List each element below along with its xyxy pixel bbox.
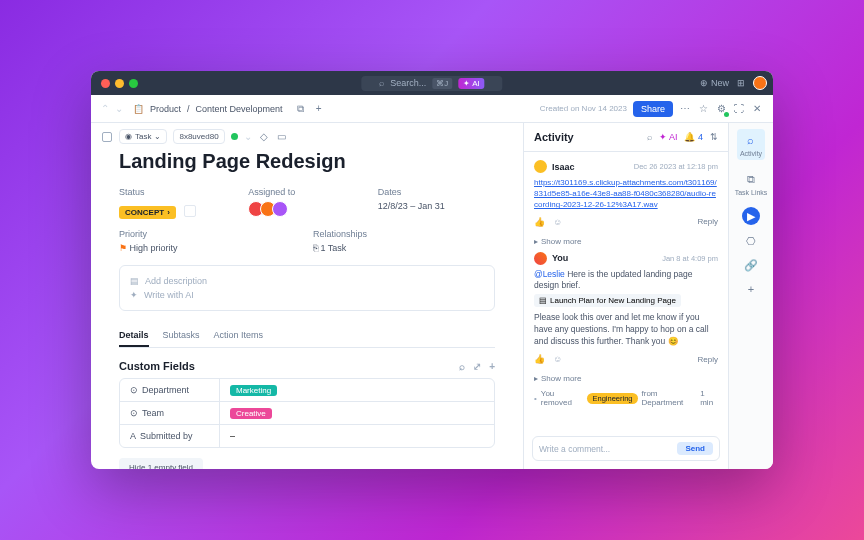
sparkle-icon: ✦ xyxy=(130,290,138,300)
search-placeholder: Search... xyxy=(390,78,426,88)
avatar[interactable] xyxy=(272,201,288,217)
notifications-icon[interactable]: 🔔 4 xyxy=(684,132,703,142)
expand-fields-icon[interactable]: ⤢ xyxy=(473,361,481,372)
search-fields-icon[interactable]: ⌕ xyxy=(459,361,465,372)
table-row[interactable]: ⊙ Department Marketing xyxy=(120,379,494,402)
tab-subtasks[interactable]: Subtasks xyxy=(163,325,200,347)
new-button[interactable]: ⊕ New xyxy=(700,78,729,88)
share-button[interactable]: Share xyxy=(633,101,673,117)
maximize-window-icon[interactable] xyxy=(129,79,138,88)
titlebar-right: ⊕ New ⊞ xyxy=(700,76,763,90)
settings-icon[interactable]: ⚙ xyxy=(715,103,727,115)
sidebar-item-links[interactable]: ⧉ Task Links xyxy=(732,168,771,199)
table-row[interactable]: ⊙ Team Creative xyxy=(120,402,494,425)
star-icon[interactable]: ☆ xyxy=(697,103,709,115)
doc-icon: ▤ xyxy=(130,276,139,286)
close-window-icon[interactable] xyxy=(101,79,110,88)
sidebar-item-activity[interactable]: ⌕ Activity xyxy=(737,129,765,160)
mention[interactable]: @Leslie xyxy=(534,269,565,279)
app-window: ⌕ Search... ⌘J ✦ AI ⊕ New ⊞ ⌃ ⌄ 📋 Produc… xyxy=(91,71,773,469)
relationships-value[interactable]: ⎘ 1 Task xyxy=(313,243,495,253)
titlebar: ⌕ Search... ⌘J ✦ AI ⊕ New ⊞ xyxy=(91,71,773,95)
system-message: • You removed Engineering from Departmen… xyxy=(534,389,718,407)
dates-value[interactable]: 12/8/23 – Jan 31 xyxy=(378,201,495,211)
tag-icon[interactable]: ◇ xyxy=(258,131,270,143)
tabs: Details Subtasks Action Items xyxy=(119,325,495,348)
activity-title: Activity xyxy=(534,131,574,143)
search-shortcut: ⌘J xyxy=(432,78,452,89)
add-icon[interactable]: + xyxy=(313,103,325,115)
tab-details[interactable]: Details xyxy=(119,325,149,347)
attachment-chip[interactable]: ▤ Launch Plan for New Landing Page xyxy=(534,294,681,307)
breadcrumb-space[interactable]: Product xyxy=(150,104,181,114)
reply-button[interactable]: Reply xyxy=(698,355,718,364)
tab-action-items[interactable]: Action Items xyxy=(214,325,264,347)
clip-icon[interactable]: ▶ xyxy=(742,207,760,225)
breadcrumb-bar: ⌃ ⌄ 📋 Product / Content Development ⧉ + … xyxy=(91,95,773,123)
status-dot-icon[interactable] xyxy=(231,133,238,140)
attachment-link[interactable]: https://t301169.s.clickup-attachments.co… xyxy=(534,178,717,209)
search-icon: ⌕ xyxy=(379,78,384,88)
like-icon[interactable]: 👍 xyxy=(534,354,545,364)
copy-link-icon[interactable]: ⧉ xyxy=(295,103,307,115)
custom-fields-table: ⊙ Department Marketing ⊙ Team Creative A… xyxy=(119,378,495,448)
github-icon[interactable]: ⎔ xyxy=(743,233,759,249)
attach-icon[interactable]: 🔗 xyxy=(743,257,759,273)
priority-value[interactable]: ⚑ High priority xyxy=(119,243,301,253)
task-title[interactable]: Landing Page Redesign xyxy=(119,150,495,173)
filter-icon[interactable]: ⇅ xyxy=(710,132,718,142)
ai-badge[interactable]: ✦ AI xyxy=(458,78,484,89)
right-sidebar: ⌕ Activity ⧉ Task Links ▶ ⎔ 🔗 + xyxy=(728,123,773,469)
show-more[interactable]: ▸ Show more xyxy=(534,374,718,383)
activity-panel: Activity ⌕ ✦ AI 🔔 4 ⇅ Isaac Dec 26 2023 … xyxy=(523,123,728,469)
table-row[interactable]: A Submitted by – xyxy=(120,425,494,447)
comment: You Jan 8 at 4:09 pm @Leslie Here is the… xyxy=(534,252,718,364)
breadcrumb-folder[interactable]: Content Development xyxy=(196,104,283,114)
main-panel: ◉ Task ⌄ 8x8uved80 ⌄ ◇ ▭ Landing Page Re… xyxy=(91,123,523,469)
activity-icon: ⌕ xyxy=(743,132,759,148)
comment: Isaac Dec 26 2023 at 12:18 pm https://t3… xyxy=(534,160,718,227)
search-bar[interactable]: ⌕ Search... ⌘J ✦ AI xyxy=(361,76,502,91)
chevron-up-icon[interactable]: ⌃ xyxy=(101,103,109,114)
flag-icon: ⚑ xyxy=(119,243,127,253)
ai-activity[interactable]: ✦ AI xyxy=(659,132,678,142)
chevron-down-icon[interactable]: ⌄ xyxy=(115,103,123,114)
custom-fields-title: Custom Fields xyxy=(119,360,195,372)
status-badge[interactable]: CONCEPT› xyxy=(119,206,176,219)
apps-icon[interactable]: ⊞ xyxy=(737,78,745,88)
reply-button[interactable]: Reply xyxy=(698,217,718,226)
comment-input[interactable]: Write a comment... Send xyxy=(532,436,720,461)
link-icon: ⧉ xyxy=(743,171,759,187)
search-activity-icon[interactable]: ⌕ xyxy=(647,132,652,142)
like-icon[interactable]: 👍 xyxy=(534,217,545,227)
close-icon[interactable]: ✕ xyxy=(751,103,763,115)
avatar[interactable] xyxy=(534,252,547,265)
created-date: Created on Nov 14 2023 xyxy=(540,104,627,113)
emoji-icon[interactable]: ☺ xyxy=(553,354,562,364)
emoji-icon[interactable]: ☺ xyxy=(553,217,562,227)
minimize-window-icon[interactable] xyxy=(115,79,124,88)
task-id-pill[interactable]: 8x8uved80 xyxy=(173,129,224,144)
assignees[interactable] xyxy=(248,201,365,217)
avatar[interactable] xyxy=(534,160,547,173)
hide-fields-button[interactable]: Hide 1 empty field xyxy=(119,458,203,469)
status-check[interactable] xyxy=(184,205,196,217)
user-avatar[interactable] xyxy=(753,76,767,90)
description-box[interactable]: ▤Add description ✦Write with AI xyxy=(119,265,495,311)
add-field-icon[interactable]: + xyxy=(489,361,495,372)
show-more[interactable]: ▸ Show more xyxy=(534,237,718,246)
add-app-icon[interactable]: + xyxy=(743,281,759,297)
expand-icon[interactable]: ⛶ xyxy=(733,103,745,115)
send-button[interactable]: Send xyxy=(677,442,713,455)
layout-icon[interactable] xyxy=(102,132,112,142)
task-type-pill[interactable]: ◉ Task ⌄ xyxy=(119,129,167,144)
traffic-lights xyxy=(101,79,138,88)
more-icon[interactable]: ⋯ xyxy=(679,103,691,115)
subtask-icon[interactable]: ▭ xyxy=(276,131,288,143)
